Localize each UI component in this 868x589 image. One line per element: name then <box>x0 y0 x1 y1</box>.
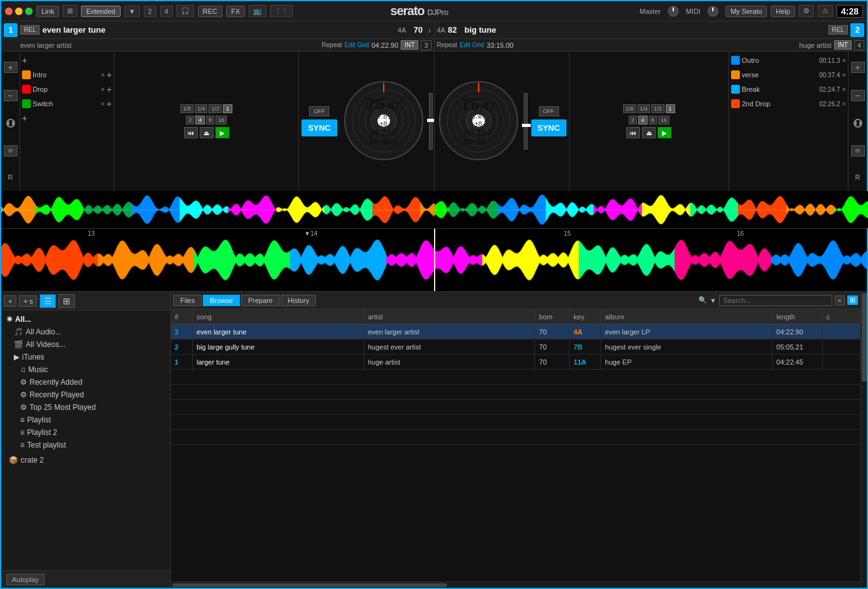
left-loop-1[interactable]: 1 <box>223 104 232 113</box>
left-cue-drop-plus[interactable]: + <box>107 84 112 94</box>
grid-view-btn[interactable]: ⊞ <box>58 294 75 308</box>
tab-history[interactable]: History <box>281 295 316 306</box>
left-cue-switch-remove[interactable]: × <box>100 100 104 107</box>
right-loop-16[interactable]: 16 <box>658 116 670 124</box>
left-edit-grid[interactable]: Edit Grid <box>345 41 369 48</box>
right-loop-1-2[interactable]: 1/2 <box>651 104 665 113</box>
right-cue-outro-remove[interactable]: × <box>842 57 846 64</box>
right-cue-outro[interactable]: Outro 00:11.3 × <box>731 54 846 67</box>
sidebar-add-btn[interactable]: + <box>4 295 16 307</box>
sidebar-add-s-btn[interactable]: + s <box>19 295 37 307</box>
left-loop-2[interactable]: 2 <box>186 116 194 124</box>
right-play-btn[interactable]: ▶ <box>658 127 671 138</box>
left-cue-intro[interactable]: Intro × + <box>22 69 112 81</box>
settings-icon[interactable]: ⚙ <box>799 5 814 17</box>
left-cue-add-new[interactable]: + <box>22 113 27 123</box>
col-num[interactable]: # <box>171 309 193 324</box>
monitor-icon[interactable]: 📺 <box>249 5 266 17</box>
track-row[interactable]: 2 big large gully tune hugest ever artis… <box>171 339 860 355</box>
left-cue-btn[interactable]: ⏏ <box>200 127 214 138</box>
right-cue-break[interactable]: Break 02:24.7 × <box>731 83 846 96</box>
search-results-icon[interactable]: ⊞ <box>847 295 858 305</box>
left-sync-btn[interactable]: SYNC <box>301 119 337 136</box>
right-prev-btn[interactable]: ⏮ <box>626 127 640 138</box>
search-input[interactable] <box>719 295 832 306</box>
right-cue-2nddrop[interactable]: 2nd Drop 02:26.2 × <box>731 97 846 110</box>
left-off-btn[interactable]: OFF <box>309 106 329 116</box>
left-play-btn[interactable]: ▶ <box>215 127 229 138</box>
right-loop-8[interactable]: 8 <box>649 116 657 124</box>
sidebar-playlist2[interactable]: ≡ Playlist 2 <box>1 426 170 439</box>
right-cue-btn[interactable]: ⏏ <box>642 127 656 138</box>
h-scrollbar[interactable] <box>171 581 860 588</box>
sidebar-all[interactable]: ✳ All... <box>1 313 170 326</box>
right-loop-2[interactable]: 2 <box>629 116 637 124</box>
left-cue-drop[interactable]: Drop × + <box>22 83 112 96</box>
left-loop-btn[interactable]: ⟳ <box>4 145 18 157</box>
left-loop-1-4[interactable]: 1/4 <box>195 104 208 113</box>
right-int-button[interactable]: INT <box>834 40 852 50</box>
sidebar-recently-played[interactable]: ⚙ Recently Played <box>1 388 170 401</box>
right-cue-verse[interactable]: verse 00:37.4 × <box>731 69 846 81</box>
left-loop-8[interactable]: 8 <box>206 116 214 124</box>
grid-icon[interactable]: ⋮⋮ <box>270 5 293 17</box>
right-sync-btn[interactable]: SYNC <box>531 119 567 136</box>
left-prev-btn[interactable]: ⏮ <box>184 127 198 138</box>
right-loop-1-8[interactable]: 1/8 <box>623 104 636 113</box>
right-add-cue[interactable]: + <box>851 62 865 73</box>
right-loop-btn[interactable]: ⟳ <box>851 145 865 157</box>
col-artist[interactable]: artist <box>364 309 536 324</box>
left-pitch-slider[interactable] <box>428 52 434 191</box>
sidebar-test-playlist[interactable]: ≡ Test playlist <box>1 439 170 451</box>
col-bpm[interactable]: bom <box>535 309 570 324</box>
tl-yellow[interactable] <box>15 8 23 15</box>
my-serato-button[interactable]: My Serato <box>725 6 767 17</box>
sidebar-playlist[interactable]: ≡ Playlist <box>1 414 170 426</box>
list-view-btn[interactable]: ☰ <box>40 294 56 308</box>
sidebar-crate2[interactable]: 📦 crate 2 <box>1 454 170 466</box>
right-remove-cue[interactable]: − <box>851 90 865 101</box>
tl-red[interactable] <box>5 8 13 15</box>
right-cue-2nddrop-remove[interactable]: × <box>842 100 846 107</box>
extended-button[interactable]: Extended <box>81 6 120 17</box>
col-length[interactable]: length <box>773 309 823 324</box>
sidebar-all-audio[interactable]: 🎵 All Audio... <box>1 326 170 338</box>
track-row[interactable]: 3 even larger tune even larger artist 70… <box>171 324 860 339</box>
right-rel-button[interactable]: REL <box>828 25 848 35</box>
right-headphone-cue[interactable] <box>852 118 864 128</box>
tab-prepare[interactable]: Prepare <box>241 295 279 306</box>
extended-dropdown[interactable]: ▼ <box>124 6 140 17</box>
master-knob[interactable] <box>665 5 682 18</box>
tab-files[interactable]: Files <box>173 295 202 306</box>
right-vinyl-disc[interactable] <box>438 80 519 162</box>
right-pitch-slider[interactable] <box>523 52 529 191</box>
help-button[interactable]: Help <box>771 6 795 17</box>
h-scrollbar-thumb[interactable] <box>172 583 447 587</box>
left-cue-intro-remove[interactable]: × <box>100 71 104 79</box>
autoplay-button[interactable]: Autoplay <box>6 574 45 585</box>
headphones-icon[interactable]: 🎧 <box>176 5 194 17</box>
right-pitch-thumb[interactable] <box>522 124 531 127</box>
search-clear-btn[interactable]: × <box>835 295 845 306</box>
right-loop-1-4[interactable]: 1/4 <box>637 104 651 113</box>
tab-browse[interactable]: Browse <box>203 295 240 306</box>
right-cue-verse-remove[interactable]: × <box>842 71 846 79</box>
sidebar-itunes[interactable]: ▶ iTunes <box>1 351 170 363</box>
right-loop-4[interactable]: 4 <box>638 116 648 124</box>
col-key[interactable]: key <box>570 309 601 324</box>
left-cue-drop-remove[interactable]: × <box>100 85 104 93</box>
col-comment[interactable]: c <box>823 309 860 324</box>
v-scrollbar-thumb[interactable] <box>862 293 867 382</box>
link-button[interactable]: Link <box>36 6 59 17</box>
left-add-cue[interactable]: + <box>4 62 18 73</box>
left-remove-cue[interactable]: − <box>4 90 18 101</box>
sidebar-recently-added[interactable]: ⚙ Recently Added <box>1 376 170 388</box>
col-album[interactable]: album <box>601 309 773 324</box>
left-loop-4[interactable]: 4 <box>195 116 205 124</box>
sidebar-music[interactable]: ♫ Music <box>1 363 170 376</box>
track-row[interactable]: 1 larger tune huge artist 70 11A huge EP… <box>171 355 860 370</box>
left-int-button[interactable]: INT <box>401 40 418 50</box>
rec-button[interactable]: REC <box>198 6 222 17</box>
right-cue-break-remove[interactable]: × <box>842 85 846 93</box>
sidebar-top25[interactable]: ⚙ Top 25 Most Played <box>1 401 170 414</box>
